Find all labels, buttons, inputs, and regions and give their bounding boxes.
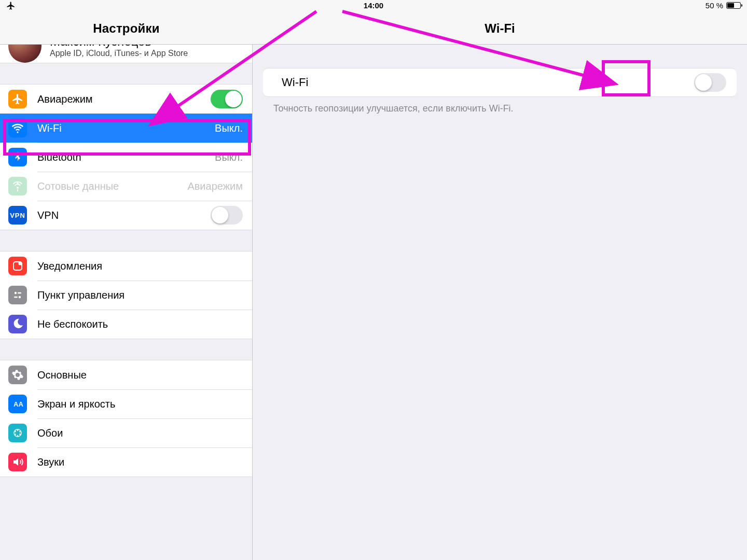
svg-point-11: [17, 435, 18, 436]
detail-pane: Wi-Fi Точность геопозиции улучшается, ес…: [253, 45, 747, 560]
wifi-master-row[interactable]: Wi-Fi: [263, 68, 737, 97]
wifi-master-label: Wi-Fi: [282, 76, 694, 89]
bluetooth-value: Выкл.: [215, 151, 243, 163]
vpn-toggle[interactable]: [211, 206, 243, 225]
airplane-label: Авиарежим: [37, 93, 211, 105]
vpn-label: VPN: [37, 209, 211, 221]
sidebar-title: Настройки: [0, 12, 253, 45]
dnd-icon: [8, 315, 27, 333]
svg-text:AA: AA: [13, 400, 23, 408]
airplane-status-icon: [6, 1, 16, 12]
wifi-icon: [8, 119, 27, 137]
dnd-label: Не беспокоить: [37, 318, 243, 330]
profile-sub: Apple ID, iCloud, iTunes- и App Store: [50, 49, 188, 58]
settings-sidebar: Максим Кузнецов Apple ID, iCloud, iTunes…: [0, 45, 253, 560]
wallpaper-label: Обои: [37, 427, 243, 439]
notifications-label: Уведомления: [37, 260, 243, 272]
avatar: [8, 45, 42, 63]
detail-title: Wi-Fi: [253, 12, 747, 45]
wallpaper-icon: [8, 424, 27, 442]
svg-point-9: [19, 431, 20, 432]
sounds-label: Звуки: [37, 456, 243, 468]
wifi-label: Wi-Fi: [37, 122, 215, 134]
sidebar-item-notifications[interactable]: Уведомления: [0, 251, 252, 281]
sidebar-item-sounds[interactable]: Звуки: [0, 447, 252, 477]
controlcenter-icon: [8, 286, 27, 304]
sidebar-item-bluetooth[interactable]: Bluetooth Выкл.: [0, 143, 252, 172]
bluetooth-icon: [8, 148, 27, 166]
cellular-icon: [8, 177, 27, 195]
svg-rect-5: [14, 297, 18, 298]
clock: 14:00: [364, 1, 383, 10]
apple-id-row[interactable]: Максим Кузнецов Apple ID, iCloud, iTunes…: [0, 45, 252, 63]
display-label: Экран и яркость: [37, 398, 243, 410]
status-bar: 14:00 50 %: [0, 0, 747, 12]
svg-point-10: [19, 433, 20, 435]
sidebar-item-display[interactable]: AA Экран и яркость: [0, 389, 252, 418]
svg-rect-3: [18, 292, 21, 293]
vpn-icon: VPN: [8, 206, 27, 225]
svg-point-1: [19, 262, 22, 265]
sidebar-item-cellular: Сотовые данные Авиарежим: [0, 172, 252, 201]
sidebar-item-airplane[interactable]: Авиарежим: [0, 85, 252, 114]
airplane-toggle[interactable]: [211, 90, 243, 108]
sounds-icon: [8, 453, 27, 471]
bluetooth-label: Bluetooth: [37, 151, 215, 163]
controlcenter-label: Пункт управления: [37, 289, 243, 301]
battery-icon: [726, 2, 741, 9]
sidebar-item-dnd[interactable]: Не беспокоить: [0, 310, 252, 339]
airplane-icon: [8, 90, 27, 108]
profile-name: Максим Кузнецов: [50, 45, 188, 49]
cellular-value: Авиарежим: [187, 180, 243, 192]
svg-point-8: [17, 430, 18, 431]
svg-point-2: [15, 292, 17, 294]
sidebar-item-general[interactable]: Основные: [0, 360, 252, 389]
svg-point-13: [15, 431, 16, 432]
wifi-master-toggle[interactable]: [694, 73, 726, 92]
display-icon: AA: [8, 395, 27, 413]
svg-point-12: [15, 433, 16, 435]
sidebar-item-vpn[interactable]: VPN VPN: [0, 201, 252, 230]
battery-text: 50 %: [706, 1, 723, 10]
cellular-label: Сотовые данные: [37, 180, 187, 192]
wifi-value: Выкл.: [215, 122, 243, 134]
gear-icon: [8, 366, 27, 384]
general-label: Основные: [37, 369, 243, 381]
notifications-icon: [8, 257, 27, 275]
svg-point-4: [19, 296, 21, 298]
sidebar-item-controlcenter[interactable]: Пункт управления: [0, 281, 252, 310]
sidebar-item-wifi[interactable]: Wi-Fi Выкл.: [0, 114, 252, 143]
wifi-hint: Точность геопозиции улучшается, если вкл…: [253, 97, 747, 114]
sidebar-item-wallpaper[interactable]: Обои: [0, 418, 252, 447]
